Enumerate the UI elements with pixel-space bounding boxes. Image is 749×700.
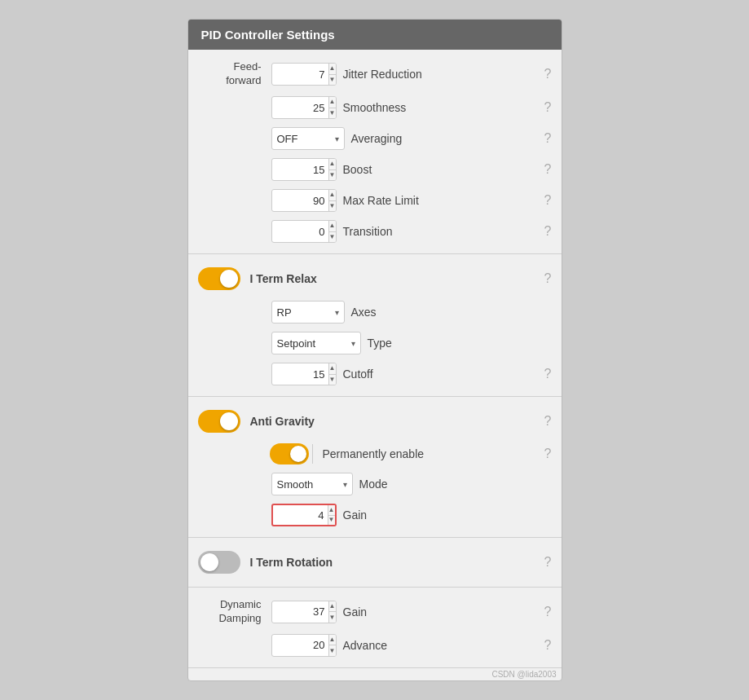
transition-spinners: ▲ ▼ — [328, 221, 336, 242]
iterm-rotation-toggle[interactable] — [198, 551, 240, 574]
cutoff-down[interactable]: ▼ — [329, 375, 336, 385]
type-arrow: ▾ — [351, 339, 355, 348]
panel-title: PID Controller Settings — [188, 20, 562, 50]
watermark: CSDN @lida2003 — [188, 668, 562, 680]
iterm-relax-help[interactable]: ? — [544, 271, 552, 286]
smoothness-input[interactable]: 25 ▲ ▼ — [271, 96, 337, 119]
type-value: Setpoint — [277, 337, 351, 350]
ag-gain-control: 4 ▲ ▼ Gain — [271, 504, 552, 526]
perm-divider — [312, 444, 313, 464]
anti-gravity-help[interactable]: ? — [544, 414, 552, 429]
max-rate-input[interactable]: 90 ▲ ▼ — [271, 189, 337, 212]
ag-gain-down[interactable]: ▼ — [328, 516, 335, 526]
anti-gravity-header: Anti Gravity ? — [188, 403, 562, 439]
dd-advance-up[interactable]: ▲ — [329, 635, 336, 646]
type-field-label: Type — [368, 337, 392, 350]
dd-gain-field-label: Gain — [343, 605, 368, 619]
jitter-reduction-row: Feed-forward 7 ▲ ▼ Jitter Reduction ? — [188, 56, 562, 92]
smoothness-field-label: Smoothness — [343, 101, 407, 114]
boost-down[interactable]: ▼ — [329, 170, 336, 181]
dd-gain-value: 37 — [272, 605, 328, 618]
iterm-rotation-toggle-knob — [200, 553, 218, 571]
transition-row: 0 ▲ ▼ Transition ? — [188, 216, 562, 247]
cutoff-input[interactable]: 15 ▲ ▼ — [271, 363, 337, 385]
jitter-reduction-spinners: ▲ ▼ — [328, 64, 336, 85]
iterm-relax-title: I Term Relax — [250, 272, 317, 285]
anti-gravity-toggle[interactable] — [198, 410, 240, 433]
iterm-rotation-help[interactable]: ? — [544, 555, 552, 570]
dd-gain-help[interactable]: ? — [544, 605, 552, 619]
boost-value: 15 — [272, 164, 328, 176]
transition-up[interactable]: ▲ — [329, 221, 336, 232]
dynamic-damping-section: DynamicDamping 37 ▲ ▼ Gain ? 20 — [188, 588, 562, 668]
max-rate-down[interactable]: ▼ — [329, 201, 336, 212]
transition-down[interactable]: ▼ — [329, 232, 336, 243]
boost-input[interactable]: 15 ▲ ▼ — [271, 158, 337, 181]
anti-gravity-title: Anti Gravity — [250, 415, 315, 428]
cutoff-row: 15 ▲ ▼ Cutoff ? — [188, 359, 562, 390]
max-rate-up[interactable]: ▲ — [329, 190, 336, 201]
cutoff-value: 15 — [272, 368, 328, 381]
jitter-reduction-input[interactable]: 7 ▲ ▼ — [271, 63, 337, 86]
smoothness-help[interactable]: ? — [544, 100, 552, 115]
ag-mode-field-label: Mode — [359, 478, 388, 491]
boost-help[interactable]: ? — [544, 162, 552, 177]
axes-value: RP — [277, 306, 335, 319]
ag-mode-arrow: ▾ — [343, 480, 347, 489]
dd-advance-help[interactable]: ? — [544, 638, 552, 653]
jitter-reduction-value: 7 — [272, 68, 328, 81]
smoothness-up[interactable]: ▲ — [329, 97, 336, 108]
type-control: Setpoint ▾ Type — [271, 332, 552, 354]
dd-advance-control: 20 ▲ ▼ Advance — [271, 634, 544, 657]
ag-gain-spinners: ▲ ▼ — [328, 505, 335, 525]
ag-mode-row: Smooth ▾ Mode — [188, 469, 562, 500]
jitter-reduction-up[interactable]: ▲ — [329, 64, 336, 75]
axes-select[interactable]: RP ▾ — [271, 301, 345, 324]
max-rate-control: 90 ▲ ▼ Max Rate Limit — [271, 189, 544, 212]
cutoff-field-label: Cutoff — [343, 368, 373, 381]
smoothness-down[interactable]: ▼ — [329, 108, 336, 119]
iterm-relax-section: I Term Relax ? RP ▾ Axes Setpoint ▾ Type — [188, 254, 562, 397]
feedforward-section: Feed-forward 7 ▲ ▼ Jitter Reduction ? 25 — [188, 50, 562, 254]
jitter-reduction-help[interactable]: ? — [544, 67, 552, 81]
dd-gain-down[interactable]: ▼ — [329, 612, 336, 623]
boost-up[interactable]: ▲ — [329, 159, 336, 170]
max-rate-value: 90 — [272, 195, 328, 207]
ag-gain-input[interactable]: 4 ▲ ▼ — [271, 504, 337, 526]
iterm-rotation-row: I Term Rotation ? — [188, 544, 562, 580]
type-row: Setpoint ▾ Type — [188, 328, 562, 359]
axes-row: RP ▾ Axes — [188, 297, 562, 328]
perm-enable-toggle-knob — [290, 446, 306, 462]
averaging-select[interactable]: OFF ▾ — [271, 127, 345, 150]
boost-control: 15 ▲ ▼ Boost — [271, 158, 544, 181]
boost-spinners: ▲ ▼ — [328, 159, 336, 180]
averaging-field-label: Averaging — [351, 132, 403, 145]
transition-help[interactable]: ? — [544, 224, 552, 239]
smoothness-value: 25 — [272, 102, 328, 114]
dd-gain-input[interactable]: 37 ▲ ▼ — [271, 601, 337, 623]
jitter-reduction-down[interactable]: ▼ — [329, 75, 336, 86]
ag-gain-up[interactable]: ▲ — [328, 505, 335, 516]
perm-enable-help[interactable]: ? — [544, 447, 552, 461]
dd-gain-spinners: ▲ ▼ — [328, 601, 336, 623]
dd-advance-down[interactable]: ▼ — [329, 645, 336, 656]
type-select[interactable]: Setpoint ▾ — [271, 332, 361, 354]
smoothness-spinners: ▲ ▼ — [328, 97, 336, 118]
dd-advance-input[interactable]: 20 ▲ ▼ — [271, 634, 337, 657]
cutoff-help[interactable]: ? — [544, 367, 552, 381]
feedforward-label: Feed-forward — [198, 60, 271, 88]
averaging-control: OFF ▾ Averaging — [271, 127, 544, 150]
ag-gain-value: 4 — [273, 509, 328, 522]
cutoff-control: 15 ▲ ▼ Cutoff — [271, 363, 544, 385]
ag-mode-select[interactable]: Smooth ▾ — [271, 473, 353, 495]
dd-gain-up[interactable]: ▲ — [329, 601, 336, 613]
max-rate-help[interactable]: ? — [544, 193, 552, 208]
transition-input[interactable]: 0 ▲ ▼ — [271, 220, 337, 243]
iterm-relax-toggle-knob — [220, 270, 238, 288]
averaging-help[interactable]: ? — [544, 131, 552, 146]
perm-enable-toggle[interactable] — [270, 443, 309, 464]
pid-controller-panel: PID Controller Settings Feed-forward 7 ▲… — [187, 19, 562, 681]
dd-advance-spinners: ▲ ▼ — [328, 635, 336, 656]
cutoff-up[interactable]: ▲ — [329, 363, 336, 375]
iterm-relax-toggle[interactable] — [198, 267, 240, 290]
